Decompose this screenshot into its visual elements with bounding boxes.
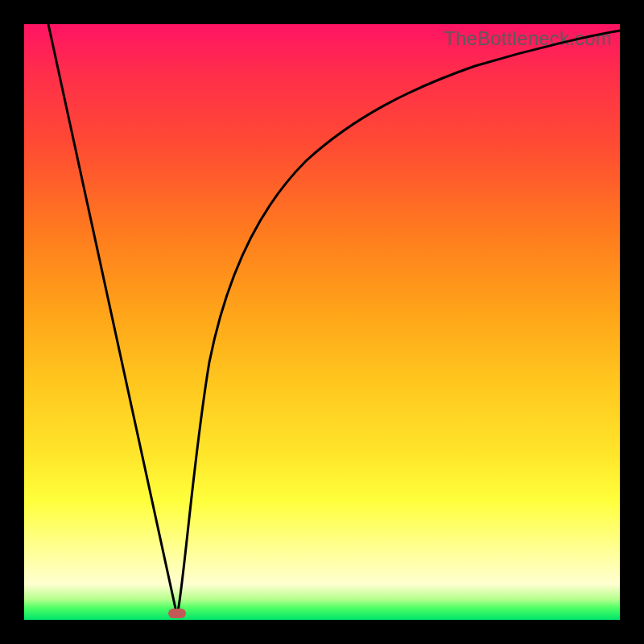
- curve-path: [48, 24, 620, 616]
- chart-frame: TheBottleneck.com: [0, 0, 644, 644]
- minimum-marker: [168, 609, 186, 618]
- bottleneck-curve: [24, 24, 620, 620]
- plot-area: TheBottleneck.com: [24, 24, 620, 620]
